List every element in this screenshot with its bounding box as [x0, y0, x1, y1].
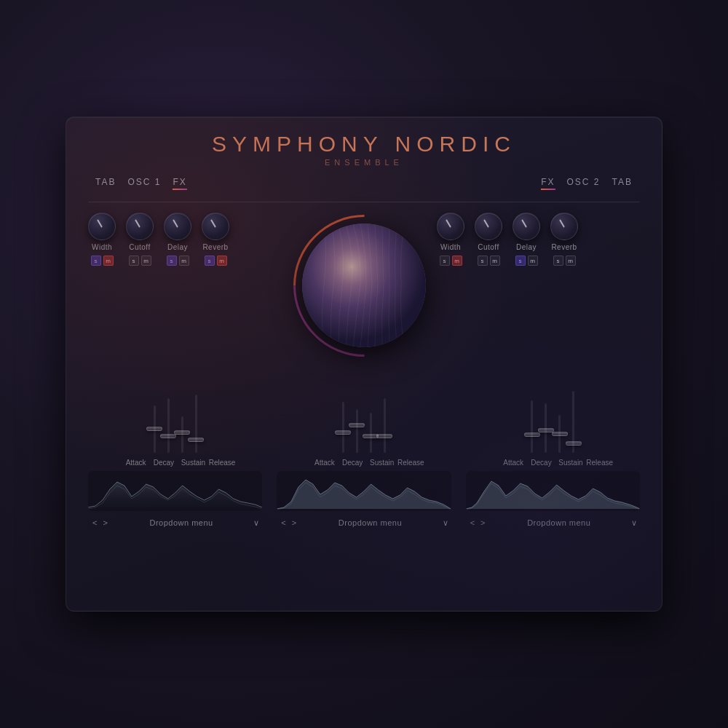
nav-next-3[interactable]: >: [479, 517, 486, 529]
knob-delay-osc1[interactable]: [164, 213, 191, 240]
dropdown-label-2[interactable]: Dropdown menu: [304, 518, 436, 527]
knob-group-delay-osc2: Delay s m: [513, 213, 540, 266]
slider-track-decay-3[interactable]: [545, 403, 547, 453]
knob-reverb-osc2[interactable]: [550, 213, 578, 240]
tab-osc2[interactable]: OSC 2: [567, 177, 601, 190]
solo-btn-width-osc1[interactable]: s: [91, 256, 101, 266]
center-orb[interactable]: [302, 223, 426, 347]
slider-thumb-attack-2[interactable]: [335, 430, 351, 435]
slider-release-1: [195, 373, 197, 453]
knob-width-osc2-label: Width: [440, 243, 461, 251]
slider-thumb-decay-1[interactable]: [160, 434, 176, 438]
nav-prev-1[interactable]: <: [91, 517, 98, 529]
nav-prev-2[interactable]: <: [280, 517, 287, 529]
slider-track-release-1[interactable]: [195, 395, 197, 453]
dropdown-label-3[interactable]: Dropdown menu: [493, 518, 625, 527]
tab-left-tab[interactable]: TAB: [95, 177, 116, 190]
knob-group-reverb-osc1: Reverb s m: [202, 213, 229, 266]
plugin-title: SYMPHONY NORDIC: [88, 132, 640, 157]
plugin-subtitle: ENSEMBLE: [88, 158, 640, 167]
knob-width-osc1-label: Width: [92, 243, 112, 251]
slider-track-sustain-1[interactable]: [181, 416, 183, 453]
slider-thumb-sustain-3[interactable]: [552, 432, 568, 436]
solo-btn-width-osc2[interactable]: s: [440, 256, 450, 266]
solo-btn-cutoff-osc1[interactable]: s: [129, 256, 139, 266]
dropdown-label-1[interactable]: Dropdown menu: [115, 518, 248, 527]
knob-delay-osc1-label: Delay: [167, 243, 188, 251]
slider-track-release-2[interactable]: [384, 398, 386, 453]
adsr-labels-3: Attack Decay Sustain Release: [496, 459, 609, 467]
solo-btn-delay-osc2[interactable]: s: [515, 256, 526, 266]
tab-right-tab[interactable]: TAB: [612, 177, 633, 190]
nav-prev-3[interactable]: <: [469, 517, 476, 529]
plugin-container: SYMPHONY NORDIC ENSEMBLE TAB OSC 1 FX FX…: [66, 116, 662, 612]
orb-lines: [302, 223, 426, 347]
solo-btn-delay-osc1[interactable]: s: [167, 256, 177, 266]
slider-track-attack-1[interactable]: [154, 405, 156, 453]
adsr-label-sustain-1: Sustain: [181, 459, 197, 467]
slider-thumb-release-1[interactable]: [188, 438, 204, 442]
waveform-display-3: [466, 471, 640, 511]
dropdown-bar-2: < > Dropdown menu ∨: [277, 517, 451, 529]
knob-width-osc2[interactable]: [437, 213, 464, 240]
mute-btn-delay-osc2[interactable]: m: [528, 256, 538, 266]
slider-thumb-sustain-1[interactable]: [174, 430, 190, 435]
knob-cutoff-osc2[interactable]: [475, 213, 502, 240]
slider-track-decay-2[interactable]: [356, 409, 358, 453]
knob-group-reverb-osc2: Reverb s m: [550, 213, 578, 266]
solo-btn-cutoff-osc2[interactable]: s: [478, 256, 488, 266]
slider-attack-2: [342, 373, 344, 453]
knob-group-cutoff-osc2: Cutoff s m: [475, 213, 502, 266]
mute-btn-cutoff-osc1[interactable]: m: [141, 256, 151, 266]
adsr-group-2: Attack Decay Sustain Release < > Dropdow…: [277, 373, 451, 529]
tab-osc1[interactable]: OSC 1: [127, 177, 161, 190]
dropdown-bar-3: < > Dropdown menu ∨: [466, 517, 640, 529]
sliders-row-3: [523, 373, 582, 453]
knob-cutoff-osc2-label: Cutoff: [478, 243, 499, 251]
knob-delay-osc2-label: Delay: [516, 243, 537, 251]
slider-track-attack-2[interactable]: [342, 402, 344, 453]
right-tabs: FX OSC 2 TAB: [541, 177, 633, 190]
slider-track-attack-3[interactable]: [531, 400, 533, 453]
slider-thumb-decay-2[interactable]: [349, 423, 365, 427]
adsr-labels-1: Attack Decay Sustain Release: [119, 459, 232, 467]
left-tabs: TAB OSC 1 FX: [95, 177, 187, 190]
header: SYMPHONY NORDIC ENSEMBLE: [88, 132, 640, 167]
mute-btn-width-osc2[interactable]: m: [452, 256, 462, 266]
knob-width-osc1[interactable]: [88, 213, 116, 240]
adsr-label-decay-3: Decay: [531, 459, 547, 467]
slider-track-sustain-2[interactable]: [370, 413, 372, 453]
tab-fx-right[interactable]: FX: [541, 177, 555, 190]
knob-delay-osc2[interactable]: [513, 213, 540, 240]
slider-track-sustain-3[interactable]: [558, 415, 561, 453]
slider-thumb-release-2[interactable]: [376, 434, 392, 438]
knob-reverb-osc1[interactable]: [202, 213, 229, 240]
mute-btn-width-osc1[interactable]: m: [103, 256, 114, 266]
solo-btn-reverb-osc1[interactable]: s: [205, 256, 215, 266]
slider-track-release-3[interactable]: [572, 391, 574, 453]
slider-thumb-release-3[interactable]: [566, 441, 582, 446]
slider-release-3: [572, 373, 574, 453]
adsr-group-1: Attack Decay Sustain Release: [88, 373, 262, 529]
mute-btn-reverb-osc1[interactable]: m: [217, 256, 227, 266]
slider-track-decay-1[interactable]: [167, 398, 170, 453]
slider-thumb-attack-1[interactable]: [146, 427, 162, 431]
tab-fx-left[interactable]: FX: [173, 177, 186, 190]
nav-next-2[interactable]: >: [290, 517, 298, 529]
dropdown-chevron-1[interactable]: ∨: [253, 518, 259, 528]
slider-sustain-1: [181, 373, 183, 453]
mute-btn-cutoff-osc2[interactable]: m: [490, 256, 500, 266]
nav-next-1[interactable]: >: [101, 517, 108, 529]
slider-sustain-2: [370, 373, 372, 453]
mute-btn-reverb-osc2[interactable]: m: [566, 256, 576, 266]
dropdown-chevron-3[interactable]: ∨: [631, 518, 637, 528]
mute-btn-delay-osc1[interactable]: m: [179, 256, 189, 266]
sliders-row-1: [146, 373, 205, 453]
dropdown-chevron-2[interactable]: ∨: [443, 518, 448, 528]
nav-arrows-2: < >: [280, 517, 298, 529]
solo-btn-reverb-osc2[interactable]: s: [553, 256, 563, 266]
knob-cutoff-osc1[interactable]: [126, 213, 154, 240]
adsr-label-decay-2: Decay: [342, 459, 358, 467]
sm-buttons-reverb-osc2: s m: [553, 256, 576, 266]
slider-thumb-attack-3[interactable]: [524, 432, 540, 437]
